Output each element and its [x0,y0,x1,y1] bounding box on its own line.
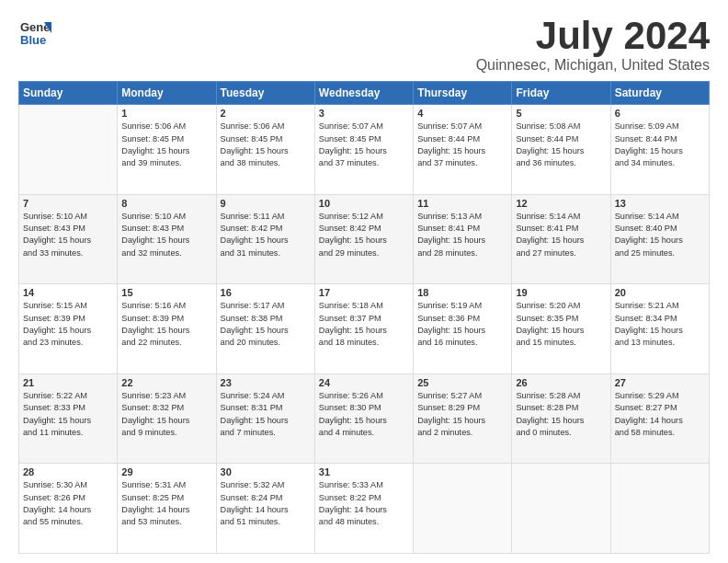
calendar-cell [610,464,709,554]
day-info: Sunrise: 5:10 AM Sunset: 8:43 PM Dayligh… [23,211,113,259]
day-number: 24 [319,377,409,388]
day-number: 16 [221,287,311,298]
calendar-week-row: 21Sunrise: 5:22 AM Sunset: 8:33 PM Dayli… [19,373,710,464]
day-info: Sunrise: 5:19 AM Sunset: 8:36 PM Dayligh… [417,300,507,349]
day-number: 2 [221,108,311,119]
day-info: Sunrise: 5:12 AM Sunset: 8:42 PM Dayligh… [319,211,409,259]
col-tuesday: Tuesday [216,82,314,105]
calendar-cell: 9Sunrise: 5:11 AM Sunset: 8:42 PM Daylig… [216,194,314,284]
calendar-cell: 5Sunrise: 5:08 AM Sunset: 8:44 PM Daylig… [512,105,610,195]
calendar-cell [512,464,610,554]
day-number: 10 [319,198,409,209]
calendar-week-row: 7Sunrise: 5:10 AM Sunset: 8:43 PM Daylig… [19,194,710,284]
day-info: Sunrise: 5:06 AM Sunset: 8:45 PM Dayligh… [221,121,311,169]
day-number: 4 [417,108,507,119]
day-number: 9 [221,198,311,209]
day-number: 20 [615,287,705,298]
title-section: July 2024 Quinnesec, Michigan, United St… [476,15,710,74]
calendar-cell: 4Sunrise: 5:07 AM Sunset: 8:44 PM Daylig… [414,105,512,195]
day-number: 29 [121,466,211,477]
logo-icon: General Blue [18,15,51,48]
calendar-cell: 13Sunrise: 5:14 AM Sunset: 8:40 PM Dayli… [610,194,709,284]
day-info: Sunrise: 5:29 AM Sunset: 8:27 PM Dayligh… [615,390,705,439]
day-number: 21 [23,377,113,388]
calendar-cell: 16Sunrise: 5:17 AM Sunset: 8:38 PM Dayli… [216,284,314,374]
calendar-cell: 30Sunrise: 5:32 AM Sunset: 8:24 PM Dayli… [216,464,314,554]
day-info: Sunrise: 5:15 AM Sunset: 8:39 PM Dayligh… [23,300,113,349]
col-wednesday: Wednesday [314,82,413,105]
day-info: Sunrise: 5:10 AM Sunset: 8:43 PM Dayligh… [121,211,211,259]
day-info: Sunrise: 5:30 AM Sunset: 8:26 PM Dayligh… [23,479,113,528]
calendar-cell: 17Sunrise: 5:18 AM Sunset: 8:37 PM Dayli… [314,284,413,374]
day-number: 18 [417,287,507,298]
calendar-cell: 26Sunrise: 5:28 AM Sunset: 8:28 PM Dayli… [512,373,610,464]
day-info: Sunrise: 5:06 AM Sunset: 8:45 PM Dayligh… [121,121,211,169]
svg-text:Blue: Blue [20,33,46,47]
calendar-cell: 21Sunrise: 5:22 AM Sunset: 8:33 PM Dayli… [19,373,118,464]
day-info: Sunrise: 5:32 AM Sunset: 8:24 PM Dayligh… [221,479,311,528]
page: General Blue July 2024 Quinnesec, Michig… [0,0,728,563]
calendar-table: Sunday Monday Tuesday Wednesday Thursday… [18,81,710,554]
calendar-cell: 25Sunrise: 5:27 AM Sunset: 8:29 PM Dayli… [414,373,512,464]
calendar-cell: 22Sunrise: 5:23 AM Sunset: 8:32 PM Dayli… [118,373,216,464]
calendar-header-row: Sunday Monday Tuesday Wednesday Thursday… [19,82,710,105]
header: General Blue July 2024 Quinnesec, Michig… [18,15,710,74]
day-info: Sunrise: 5:18 AM Sunset: 8:37 PM Dayligh… [319,300,409,349]
day-info: Sunrise: 5:08 AM Sunset: 8:44 PM Dayligh… [516,121,606,169]
logo: General Blue [18,15,51,48]
day-info: Sunrise: 5:27 AM Sunset: 8:29 PM Dayligh… [417,390,507,439]
day-number: 5 [516,108,606,119]
main-title: July 2024 [476,15,710,57]
col-thursday: Thursday [414,82,512,105]
calendar-cell: 1Sunrise: 5:06 AM Sunset: 8:45 PM Daylig… [118,105,216,195]
calendar-cell: 29Sunrise: 5:31 AM Sunset: 8:25 PM Dayli… [118,464,216,554]
day-info: Sunrise: 5:31 AM Sunset: 8:25 PM Dayligh… [121,479,211,528]
calendar-cell: 23Sunrise: 5:24 AM Sunset: 8:31 PM Dayli… [216,373,314,464]
calendar-cell: 28Sunrise: 5:30 AM Sunset: 8:26 PM Dayli… [19,464,118,554]
calendar-week-row: 14Sunrise: 5:15 AM Sunset: 8:39 PM Dayli… [19,284,710,374]
day-number: 11 [417,198,507,209]
day-info: Sunrise: 5:24 AM Sunset: 8:31 PM Dayligh… [221,390,311,439]
day-info: Sunrise: 5:07 AM Sunset: 8:44 PM Dayligh… [417,121,507,169]
calendar-cell: 3Sunrise: 5:07 AM Sunset: 8:45 PM Daylig… [314,105,413,195]
col-friday: Friday [512,82,610,105]
col-monday: Monday [118,82,216,105]
calendar-cell: 7Sunrise: 5:10 AM Sunset: 8:43 PM Daylig… [19,194,118,284]
calendar-cell [414,464,512,554]
calendar-cell: 15Sunrise: 5:16 AM Sunset: 8:39 PM Dayli… [118,284,216,374]
day-number: 31 [319,466,409,477]
calendar-cell: 18Sunrise: 5:19 AM Sunset: 8:36 PM Dayli… [414,284,512,374]
day-number: 25 [417,377,507,388]
calendar-cell: 27Sunrise: 5:29 AM Sunset: 8:27 PM Dayli… [610,373,709,464]
day-info: Sunrise: 5:14 AM Sunset: 8:40 PM Dayligh… [615,211,705,259]
calendar-cell: 24Sunrise: 5:26 AM Sunset: 8:30 PM Dayli… [314,373,413,464]
calendar-cell: 8Sunrise: 5:10 AM Sunset: 8:43 PM Daylig… [118,194,216,284]
day-info: Sunrise: 5:13 AM Sunset: 8:41 PM Dayligh… [417,211,507,259]
day-number: 28 [23,466,113,477]
day-number: 3 [319,108,409,119]
calendar-week-row: 1Sunrise: 5:06 AM Sunset: 8:45 PM Daylig… [19,105,710,195]
day-info: Sunrise: 5:14 AM Sunset: 8:41 PM Dayligh… [516,211,606,259]
calendar-cell [19,105,118,195]
day-info: Sunrise: 5:26 AM Sunset: 8:30 PM Dayligh… [319,390,409,439]
day-info: Sunrise: 5:16 AM Sunset: 8:39 PM Dayligh… [121,300,211,349]
day-info: Sunrise: 5:09 AM Sunset: 8:44 PM Dayligh… [615,121,705,169]
calendar-week-row: 28Sunrise: 5:30 AM Sunset: 8:26 PM Dayli… [19,464,710,554]
calendar-cell: 2Sunrise: 5:06 AM Sunset: 8:45 PM Daylig… [216,105,314,195]
calendar-cell: 20Sunrise: 5:21 AM Sunset: 8:34 PM Dayli… [610,284,709,374]
day-number: 13 [615,198,705,209]
calendar-cell: 31Sunrise: 5:33 AM Sunset: 8:22 PM Dayli… [314,464,413,554]
day-number: 19 [516,287,606,298]
subtitle: Quinnesec, Michigan, United States [476,57,710,74]
day-number: 22 [121,377,211,388]
calendar-cell: 11Sunrise: 5:13 AM Sunset: 8:41 PM Dayli… [414,194,512,284]
day-number: 12 [516,198,606,209]
day-info: Sunrise: 5:23 AM Sunset: 8:32 PM Dayligh… [121,390,211,439]
day-number: 8 [121,198,211,209]
day-number: 14 [23,287,113,298]
day-number: 17 [319,287,409,298]
day-info: Sunrise: 5:07 AM Sunset: 8:45 PM Dayligh… [319,121,409,169]
day-number: 30 [221,466,311,477]
calendar-cell: 14Sunrise: 5:15 AM Sunset: 8:39 PM Dayli… [19,284,118,374]
day-number: 6 [615,108,705,119]
